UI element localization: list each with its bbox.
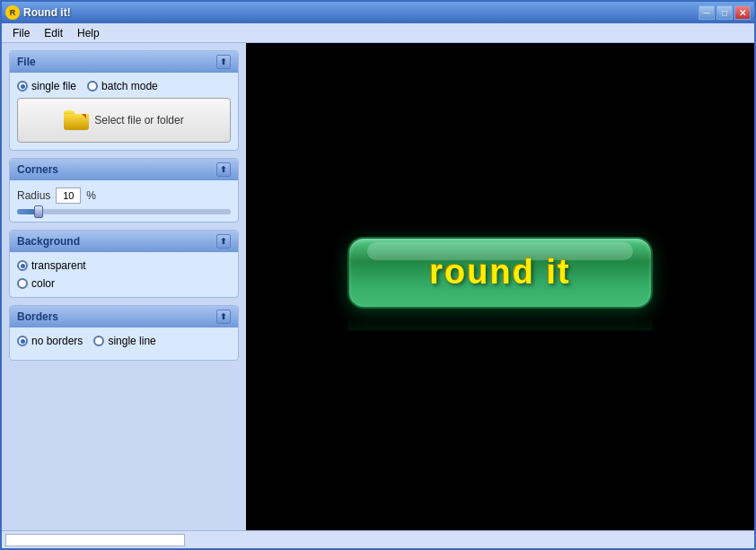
single-line-label: single line [108,335,155,347]
corners-section-body: Radius % [10,180,238,222]
menu-file[interactable]: File [5,25,37,41]
preview-area: round it [246,43,754,530]
file-collapse-btn[interactable]: ⬆ [216,55,231,69]
radius-label: Radius [17,189,50,202]
batch-mode-radio[interactable]: batch mode [87,80,158,92]
single-file-radio-circle [17,81,28,92]
background-section-header[interactable]: Background ⬆ [10,231,238,252]
app-icon: R [5,5,20,20]
folder-icon [64,110,89,130]
menu-edit[interactable]: Edit [37,25,70,41]
file-section-body: single file batch mode Sele [10,73,238,150]
roundit-button-preview: round it [347,237,653,309]
batch-mode-radio-circle [87,81,98,92]
background-section: Background ⬆ transparent color [9,230,239,298]
single-file-label: single file [31,80,76,92]
color-label: color [31,277,55,290]
main-content: File ⬆ single file batch mode [2,43,754,530]
radius-unit: % [86,189,96,202]
menu-help[interactable]: Help [70,25,107,41]
single-line-radio[interactable]: single line [93,335,155,347]
titlebar: R Round it! ─ □ ✕ [2,2,754,23]
folder-arrow [82,114,86,118]
background-section-body: transparent color [10,252,238,297]
borders-section: Borders ⬆ no borders single line [9,305,239,361]
window-controls: ─ □ ✕ [699,5,751,20]
window-title: Round it! [23,6,695,19]
corners-collapse-btn[interactable]: ⬆ [216,162,231,177]
status-field [5,534,185,546]
maximize-button[interactable]: □ [716,5,733,20]
roundit-reflection [347,317,653,330]
close-button[interactable]: ✕ [734,5,751,20]
file-section: File ⬆ single file batch mode [9,50,239,151]
transparent-radio[interactable]: transparent [17,259,231,272]
radius-input[interactable] [56,188,81,204]
corners-section: Corners ⬆ Radius % [9,158,239,223]
no-borders-radio-circle [17,336,28,346]
left-panel: File ⬆ single file batch mode [2,43,246,530]
borders-section-body: no borders single line [10,327,238,360]
borders-group: no borders single line [17,335,231,347]
color-radio[interactable]: color [17,277,231,290]
radius-slider-thumb[interactable] [34,205,43,218]
corners-section-header[interactable]: Corners ⬆ [10,159,238,180]
menubar: File Edit Help [2,23,754,43]
borders-section-title: Borders [17,310,58,323]
roundit-preview: round it [347,237,653,337]
transparent-radio-circle [17,260,28,271]
borders-section-header[interactable]: Borders ⬆ [10,306,238,327]
transparent-label: transparent [31,259,86,272]
color-radio-circle [17,278,28,289]
corners-section-title: Corners [17,163,58,176]
borders-collapse-btn[interactable]: ⬆ [216,310,231,324]
background-section-title: Background [17,235,80,248]
file-section-title: File [17,56,36,68]
no-borders-radio[interactable]: no borders [17,335,83,347]
single-line-radio-circle [93,336,104,346]
background-collapse-btn[interactable]: ⬆ [216,234,231,249]
no-borders-label: no borders [31,335,83,347]
single-file-radio[interactable]: single file [17,80,76,92]
batch-mode-label: batch mode [101,80,158,92]
select-file-label: Select file or folder [94,114,183,127]
statusbar [2,530,754,548]
radius-row: Radius % [17,188,231,204]
minimize-button[interactable]: ─ [699,5,715,20]
roundit-button-text: round it [429,253,570,292]
file-mode-group: single file batch mode [17,80,231,92]
radius-slider-track[interactable] [17,209,231,214]
select-file-button[interactable]: Select file or folder [17,98,231,143]
main-window: R Round it! ─ □ ✕ File Edit Help File ⬆ [0,0,756,550]
file-section-header[interactable]: File ⬆ [10,51,238,73]
